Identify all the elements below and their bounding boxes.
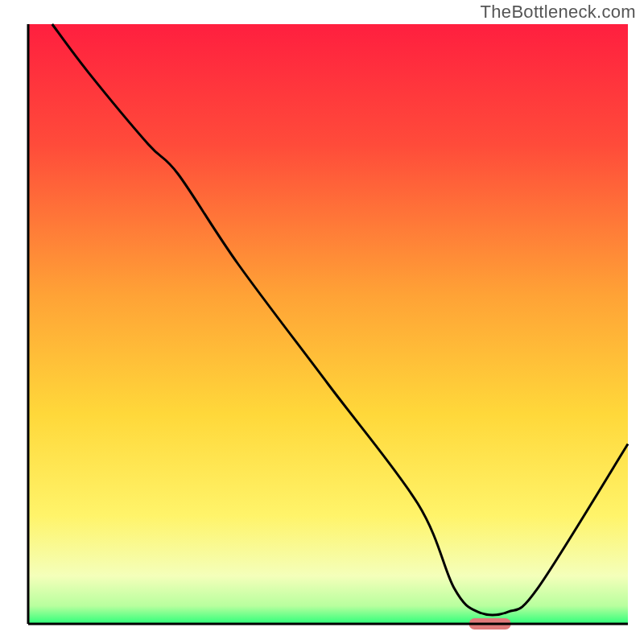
chart-container: TheBottleneck.com — [0, 0, 644, 644]
bottleneck-plot — [0, 0, 644, 644]
plot-area — [28, 24, 628, 624]
watermark-text: TheBottleneck.com — [481, 2, 636, 23]
